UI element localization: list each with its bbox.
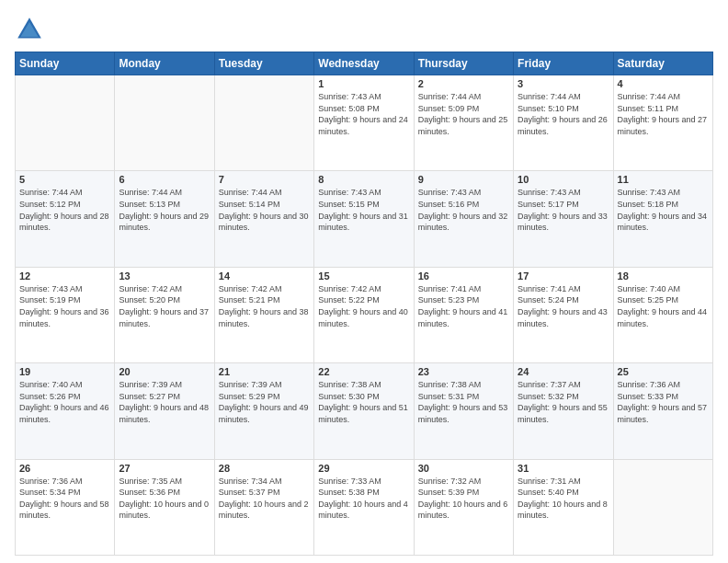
day-info: Sunrise: 7:43 AM Sunset: 5:08 PM Dayligh… xyxy=(318,91,409,137)
day-number: 8 xyxy=(318,174,409,185)
weekday-header-thursday: Thursday xyxy=(414,52,513,75)
calendar-day-cell: 15Sunrise: 7:42 AM Sunset: 5:22 PM Dayli… xyxy=(314,267,414,362)
day-number: 30 xyxy=(418,463,509,474)
day-number: 29 xyxy=(318,463,409,474)
calendar-day-cell: 6Sunrise: 7:44 AM Sunset: 5:13 PM Daylig… xyxy=(115,171,214,267)
calendar-empty-cell xyxy=(16,75,115,171)
day-number: 26 xyxy=(19,463,110,474)
day-info: Sunrise: 7:43 AM Sunset: 5:16 PM Dayligh… xyxy=(418,187,509,233)
day-info: Sunrise: 7:43 AM Sunset: 5:17 PM Dayligh… xyxy=(518,187,609,233)
calendar-week-row: 12Sunrise: 7:43 AM Sunset: 5:19 PM Dayli… xyxy=(16,267,713,362)
calendar-day-cell: 22Sunrise: 7:38 AM Sunset: 5:30 PM Dayli… xyxy=(314,363,414,459)
calendar-day-cell: 31Sunrise: 7:31 AM Sunset: 5:40 PM Dayli… xyxy=(514,459,613,555)
calendar-day-cell: 12Sunrise: 7:43 AM Sunset: 5:19 PM Dayli… xyxy=(16,267,115,362)
calendar-day-cell: 10Sunrise: 7:43 AM Sunset: 5:17 PM Dayli… xyxy=(514,171,613,267)
day-number: 12 xyxy=(19,270,110,282)
calendar-day-cell: 27Sunrise: 7:35 AM Sunset: 5:36 PM Dayli… xyxy=(115,459,214,555)
day-info: Sunrise: 7:36 AM Sunset: 5:33 PM Dayligh… xyxy=(618,379,709,425)
day-info: Sunrise: 7:33 AM Sunset: 5:38 PM Dayligh… xyxy=(318,476,409,522)
calendar-day-cell: 1Sunrise: 7:43 AM Sunset: 5:08 PM Daylig… xyxy=(314,75,414,171)
day-info: Sunrise: 7:40 AM Sunset: 5:25 PM Dayligh… xyxy=(618,283,709,329)
day-info: Sunrise: 7:44 AM Sunset: 5:11 PM Dayligh… xyxy=(618,91,709,137)
calendar-day-cell: 17Sunrise: 7:41 AM Sunset: 5:24 PM Dayli… xyxy=(514,267,613,362)
day-number: 14 xyxy=(219,270,310,282)
day-number: 13 xyxy=(119,270,210,282)
day-info: Sunrise: 7:44 AM Sunset: 5:09 PM Dayligh… xyxy=(418,91,509,137)
day-info: Sunrise: 7:43 AM Sunset: 5:19 PM Dayligh… xyxy=(19,283,110,329)
weekday-header-friday: Friday xyxy=(514,52,613,75)
day-number: 28 xyxy=(219,463,310,474)
calendar-day-cell: 24Sunrise: 7:37 AM Sunset: 5:32 PM Dayli… xyxy=(514,363,613,459)
day-info: Sunrise: 7:39 AM Sunset: 5:27 PM Dayligh… xyxy=(119,379,210,425)
weekday-header-wednesday: Wednesday xyxy=(314,52,414,75)
calendar-week-row: 26Sunrise: 7:36 AM Sunset: 5:34 PM Dayli… xyxy=(16,459,713,555)
day-number: 31 xyxy=(518,463,609,474)
calendar-day-cell: 19Sunrise: 7:40 AM Sunset: 5:26 PM Dayli… xyxy=(16,363,115,459)
day-info: Sunrise: 7:43 AM Sunset: 5:18 PM Dayligh… xyxy=(618,187,709,233)
calendar-empty-cell xyxy=(214,75,313,171)
calendar-week-row: 1Sunrise: 7:43 AM Sunset: 5:08 PM Daylig… xyxy=(16,75,713,171)
day-info: Sunrise: 7:40 AM Sunset: 5:26 PM Dayligh… xyxy=(19,379,110,425)
calendar-day-cell: 5Sunrise: 7:44 AM Sunset: 5:12 PM Daylig… xyxy=(16,171,115,267)
day-info: Sunrise: 7:44 AM Sunset: 5:13 PM Dayligh… xyxy=(119,187,210,233)
day-number: 23 xyxy=(418,366,509,377)
day-info: Sunrise: 7:44 AM Sunset: 5:12 PM Dayligh… xyxy=(19,187,110,233)
day-info: Sunrise: 7:44 AM Sunset: 5:10 PM Dayligh… xyxy=(518,91,609,137)
day-number: 11 xyxy=(618,174,709,185)
day-info: Sunrise: 7:41 AM Sunset: 5:23 PM Dayligh… xyxy=(418,283,509,329)
day-number: 18 xyxy=(618,270,709,282)
day-info: Sunrise: 7:42 AM Sunset: 5:21 PM Dayligh… xyxy=(219,283,310,329)
calendar-empty-cell xyxy=(115,75,214,171)
calendar-day-cell: 8Sunrise: 7:43 AM Sunset: 5:15 PM Daylig… xyxy=(314,171,414,267)
day-number: 22 xyxy=(318,366,409,377)
calendar-day-cell: 30Sunrise: 7:32 AM Sunset: 5:39 PM Dayli… xyxy=(414,459,513,555)
calendar-day-cell: 3Sunrise: 7:44 AM Sunset: 5:10 PM Daylig… xyxy=(514,75,613,171)
day-number: 10 xyxy=(518,174,609,185)
day-number: 21 xyxy=(219,366,310,377)
calendar-day-cell: 9Sunrise: 7:43 AM Sunset: 5:16 PM Daylig… xyxy=(414,171,513,267)
day-info: Sunrise: 7:31 AM Sunset: 5:40 PM Dayligh… xyxy=(518,476,609,522)
calendar-day-cell: 14Sunrise: 7:42 AM Sunset: 5:21 PM Dayli… xyxy=(214,267,313,362)
logo xyxy=(15,15,48,44)
day-info: Sunrise: 7:42 AM Sunset: 5:20 PM Dayligh… xyxy=(119,283,210,329)
day-number: 6 xyxy=(119,174,210,185)
day-info: Sunrise: 7:32 AM Sunset: 5:39 PM Dayligh… xyxy=(418,476,509,522)
day-info: Sunrise: 7:38 AM Sunset: 5:30 PM Dayligh… xyxy=(318,379,409,425)
day-info: Sunrise: 7:44 AM Sunset: 5:14 PM Dayligh… xyxy=(219,187,310,233)
day-info: Sunrise: 7:42 AM Sunset: 5:22 PM Dayligh… xyxy=(318,283,409,329)
calendar-day-cell: 28Sunrise: 7:34 AM Sunset: 5:37 PM Dayli… xyxy=(214,459,313,555)
calendar-day-cell: 26Sunrise: 7:36 AM Sunset: 5:34 PM Dayli… xyxy=(16,459,115,555)
weekday-header-monday: Monday xyxy=(115,52,214,75)
calendar-day-cell: 11Sunrise: 7:43 AM Sunset: 5:18 PM Dayli… xyxy=(613,171,712,267)
logo-icon xyxy=(15,15,44,44)
day-number: 25 xyxy=(618,366,709,377)
day-number: 5 xyxy=(19,174,110,185)
calendar-day-cell: 2Sunrise: 7:44 AM Sunset: 5:09 PM Daylig… xyxy=(414,75,513,171)
day-number: 4 xyxy=(618,78,709,89)
day-number: 20 xyxy=(119,366,210,377)
calendar-day-cell: 25Sunrise: 7:36 AM Sunset: 5:33 PM Dayli… xyxy=(613,363,712,459)
calendar-day-cell: 16Sunrise: 7:41 AM Sunset: 5:23 PM Dayli… xyxy=(414,267,513,362)
day-info: Sunrise: 7:37 AM Sunset: 5:32 PM Dayligh… xyxy=(518,379,609,425)
day-number: 7 xyxy=(219,174,310,185)
day-info: Sunrise: 7:38 AM Sunset: 5:31 PM Dayligh… xyxy=(418,379,509,425)
day-number: 24 xyxy=(518,366,609,377)
day-info: Sunrise: 7:41 AM Sunset: 5:24 PM Dayligh… xyxy=(518,283,609,329)
calendar-day-cell: 21Sunrise: 7:39 AM Sunset: 5:29 PM Dayli… xyxy=(214,363,313,459)
calendar-day-cell: 29Sunrise: 7:33 AM Sunset: 5:38 PM Dayli… xyxy=(314,459,414,555)
calendar-day-cell: 7Sunrise: 7:44 AM Sunset: 5:14 PM Daylig… xyxy=(214,171,313,267)
weekday-header-sunday: Sunday xyxy=(16,52,115,75)
day-number: 1 xyxy=(318,78,409,89)
page: SundayMondayTuesdayWednesdayThursdayFrid… xyxy=(0,0,728,563)
calendar-day-cell: 20Sunrise: 7:39 AM Sunset: 5:27 PM Dayli… xyxy=(115,363,214,459)
day-number: 17 xyxy=(518,270,609,282)
header xyxy=(15,15,713,44)
weekday-header-tuesday: Tuesday xyxy=(214,52,313,75)
calendar-header-row: SundayMondayTuesdayWednesdayThursdayFrid… xyxy=(16,52,713,75)
calendar-week-row: 5Sunrise: 7:44 AM Sunset: 5:12 PM Daylig… xyxy=(16,171,713,267)
calendar-empty-cell xyxy=(613,459,712,555)
calendar-day-cell: 4Sunrise: 7:44 AM Sunset: 5:11 PM Daylig… xyxy=(613,75,712,171)
calendar-week-row: 19Sunrise: 7:40 AM Sunset: 5:26 PM Dayli… xyxy=(16,363,713,459)
day-info: Sunrise: 7:35 AM Sunset: 5:36 PM Dayligh… xyxy=(119,476,210,522)
day-number: 19 xyxy=(19,366,110,377)
